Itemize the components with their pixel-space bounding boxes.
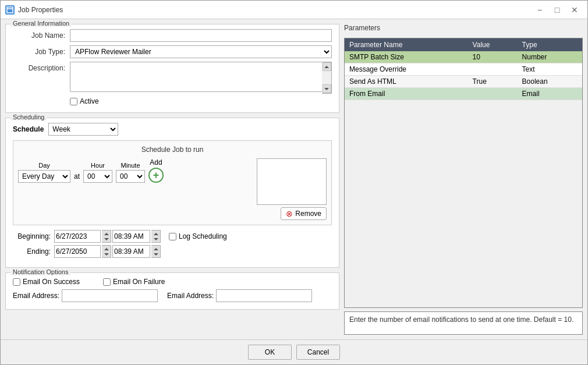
beginning-date-arrow[interactable] xyxy=(102,230,111,243)
log-scheduling-checkbox[interactable] xyxy=(169,233,176,240)
hint-box: Enter the number of email notifications … xyxy=(344,311,583,335)
email-failure-row: Email On Failure xyxy=(103,278,165,286)
beginning-time-arrow[interactable] xyxy=(151,230,161,243)
description-row: Description: xyxy=(13,62,332,94)
window-title: Job Properties xyxy=(18,6,532,14)
ending-date-input[interactable] xyxy=(54,245,101,258)
cancel-button[interactable]: Cancel xyxy=(296,345,340,360)
ending-time-arrow[interactable] xyxy=(151,245,161,258)
schedule-select[interactable]: Week Daily Monthly xyxy=(48,123,118,136)
failure-address-label: Email Address: xyxy=(167,292,214,300)
beginning-time-input[interactable] xyxy=(112,230,150,243)
notification-section: Notification Options Email On Success Em… xyxy=(5,272,339,310)
cell-type: Text xyxy=(518,63,582,76)
description-wrapper xyxy=(70,62,332,94)
add-button[interactable]: + xyxy=(148,168,164,183)
job-type-select[interactable]: APFlow Reviewer Mailer xyxy=(70,45,332,58)
minute-select[interactable]: 00 15 30 45 xyxy=(116,170,145,183)
log-scheduling-row: Log Scheduling xyxy=(169,232,227,240)
col-header-value: Value xyxy=(468,38,518,51)
hour-label: Hour xyxy=(91,162,105,169)
col-header-name: Parameter Name xyxy=(345,38,468,51)
active-row: Active xyxy=(13,97,332,105)
ok-button[interactable]: OK xyxy=(248,345,292,360)
job-name-row: Job Name: xyxy=(13,29,332,42)
cell-value: 10 xyxy=(468,51,518,63)
close-button[interactable]: ✕ xyxy=(566,4,583,16)
job-type-label: Job Type: xyxy=(13,48,65,56)
job-name-input[interactable] xyxy=(70,29,332,42)
scheduling-section: Scheduling Schedule Week Daily Monthly S… xyxy=(5,118,339,268)
job-name-label: Job Name: xyxy=(13,31,65,40)
right-panel: Parameters Parameter Name Value Type SMT… xyxy=(344,24,583,335)
hour-select[interactable]: 00 xyxy=(83,170,112,183)
day-field-col: Day Every Day xyxy=(18,162,70,183)
cell-type: Boolean xyxy=(518,76,582,88)
content-area: General Information Job Name: Job Type: … xyxy=(1,19,587,339)
cell-name: SMTP Batch Size xyxy=(345,51,468,63)
beginning-row: Beginning: xyxy=(13,230,332,243)
email-failure-checkbox[interactable] xyxy=(103,278,111,286)
maximize-button[interactable]: □ xyxy=(549,4,565,16)
scroll-up-arrow[interactable] xyxy=(323,62,331,71)
table-row[interactable]: Message OverrideText xyxy=(345,63,582,76)
schedule-controls: Day Every Day at Hour 00 xyxy=(18,158,327,205)
parameters-label: Parameters xyxy=(344,24,583,32)
ending-date-group xyxy=(54,245,161,258)
schedule-list[interactable] xyxy=(257,158,327,205)
description-scrollbar xyxy=(322,62,332,94)
day-select[interactable]: Every Day xyxy=(18,170,70,183)
beginning-date-group: Log Scheduling xyxy=(54,230,227,243)
col-header-type: Type xyxy=(518,38,582,51)
minute-field-col: Minute 00 15 30 45 xyxy=(116,162,145,183)
schedule-fields: Day Every Day at Hour 00 xyxy=(18,158,252,183)
failure-address-group: Email Address: xyxy=(167,289,312,302)
remove-label: Remove xyxy=(295,210,321,218)
add-btn-area: Add + xyxy=(148,158,164,183)
day-label: Day xyxy=(38,162,50,169)
table-row[interactable]: Send As HTMLTrueBoolean xyxy=(345,76,582,88)
ending-date-arrow[interactable] xyxy=(102,245,111,258)
minute-label: Minute xyxy=(121,162,140,169)
cell-name: Message Override xyxy=(345,63,468,76)
job-type-row: Job Type: APFlow Reviewer Mailer xyxy=(13,45,332,58)
ending-label: Ending: xyxy=(13,247,51,256)
active-label: Active xyxy=(80,97,99,105)
success-address-group: Email Address: xyxy=(13,289,158,302)
beginning-date-input[interactable] xyxy=(54,230,101,243)
notification-label: Notification Options xyxy=(10,268,70,275)
schedule-inner-title: Schedule Job to run xyxy=(18,146,327,154)
general-info-section: General Information Job Name: Job Type: … xyxy=(5,24,339,113)
window-controls: − □ ✕ xyxy=(532,4,583,16)
email-success-checkbox[interactable] xyxy=(13,278,20,286)
cell-type: Email xyxy=(518,88,582,100)
description-label: Description: xyxy=(13,64,65,72)
active-checkbox[interactable] xyxy=(70,98,77,105)
cell-value: True xyxy=(468,76,518,88)
cell-type: Number xyxy=(518,51,582,63)
title-bar: Job Properties − □ ✕ xyxy=(1,1,587,19)
success-address-input[interactable] xyxy=(62,289,158,302)
scheduling-section-label: Scheduling xyxy=(10,114,47,121)
table-row[interactable]: From EmailEmail xyxy=(345,88,582,100)
parameters-table: Parameter Name Value Type SMTP Batch Siz… xyxy=(345,38,582,100)
notification-check-row: Email On Success Email On Failure xyxy=(13,278,332,286)
window-icon xyxy=(5,5,15,15)
cell-value xyxy=(468,63,518,76)
svg-rect-0 xyxy=(7,7,13,13)
remove-button[interactable]: ⊗ Remove xyxy=(281,207,327,220)
cell-name: Send As HTML xyxy=(345,76,468,88)
remove-row: ⊗ Remove xyxy=(18,207,327,220)
email-success-row: Email On Success xyxy=(13,278,80,286)
table-row[interactable]: SMTP Batch Size10Number xyxy=(345,51,582,63)
schedule-label: Schedule xyxy=(13,125,44,133)
remove-icon: ⊗ xyxy=(286,209,293,218)
minimize-button[interactable]: − xyxy=(532,4,548,16)
description-textarea[interactable] xyxy=(70,62,332,92)
success-address-label: Email Address: xyxy=(13,292,59,300)
ending-time-input[interactable] xyxy=(112,245,150,258)
failure-address-input[interactable] xyxy=(216,289,312,302)
schedule-inner-box: Schedule Job to run Day Every Day at xyxy=(13,140,332,225)
cell-value xyxy=(468,88,518,100)
scroll-down-arrow[interactable] xyxy=(323,84,331,93)
